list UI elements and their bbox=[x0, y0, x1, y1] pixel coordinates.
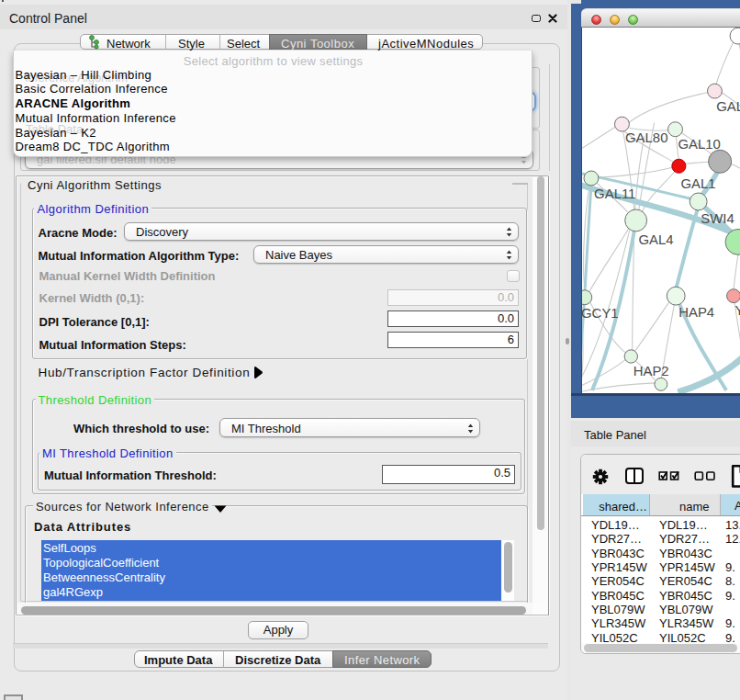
svg-text:YEL: YEL bbox=[735, 303, 740, 318]
svg-text:GAL4: GAL4 bbox=[638, 232, 673, 247]
svg-text:GAL7: GAL7 bbox=[716, 99, 740, 114]
svg-text:HAP4: HAP4 bbox=[678, 305, 714, 320]
svg-text:GCY1: GCY1 bbox=[581, 306, 619, 321]
svg-text:SWI4: SWI4 bbox=[701, 211, 734, 226]
svg-text:GAL1: GAL1 bbox=[680, 176, 715, 191]
svg-text:GAL10: GAL10 bbox=[678, 137, 720, 152]
svg-text:GAL80: GAL80 bbox=[625, 130, 667, 145]
svg-text:HAP2: HAP2 bbox=[633, 364, 669, 378]
svg-text:GAL11: GAL11 bbox=[594, 186, 635, 201]
